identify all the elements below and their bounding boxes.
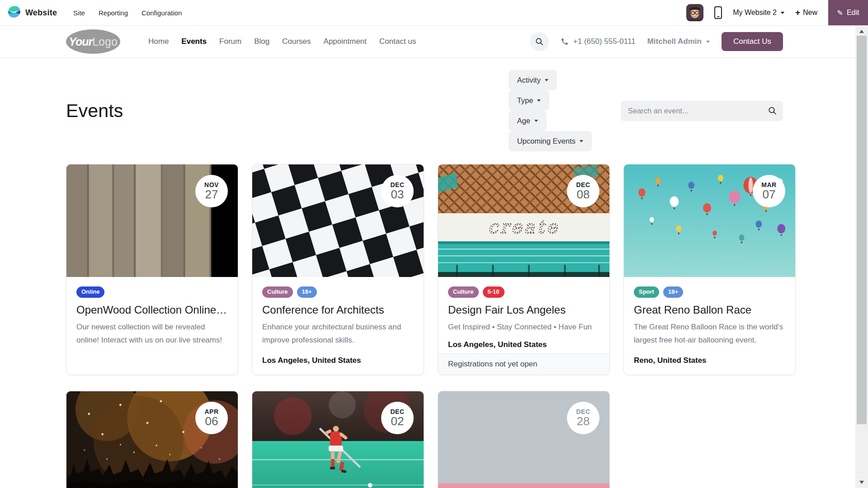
event-card[interactable]: MAR07Sport18+Great Reno Ballon RaceThe G… [623,164,796,375]
event-date-day: 02 [391,415,404,427]
events-grid: NOV27OnlineOpenWood Collection Online…Ou… [66,164,783,488]
event-date-day: 08 [577,188,590,201]
event-date-month: MAR [761,182,776,188]
nav-item-events[interactable]: Events [181,37,207,46]
event-card[interactable]: APR06Music15-18Live Music FestivalExperi… [66,391,238,488]
nav-item-appointment[interactable]: Appointment [324,37,367,46]
event-tag-badge: 18+ [663,286,683,298]
event-search-input[interactable] [621,101,783,121]
nav-item-forum[interactable]: Forum [219,37,241,46]
user-menu-label: Mitchell Admin [647,37,702,46]
event-title[interactable]: Great Reno Ballon Race [634,304,785,316]
event-card-image: DEC28⊘Unpublished [438,391,609,488]
filter-upcoming-events[interactable]: Upcoming Events [509,131,592,151]
event-tag-badge: Culture [448,286,479,298]
event-date-month: NOV [204,182,219,188]
contact-us-button[interactable]: Contact Us [722,32,783,51]
event-tag-badge: 5-10 [483,286,505,298]
website-switcher-label: My Website 2 [733,9,777,17]
scrollbar-thumb[interactable] [857,36,867,424]
svg-text:create: create [488,216,559,237]
unpublished-ribbon: ⊘Unpublished [438,483,609,488]
header-search-button[interactable] [530,32,549,51]
filter-activity[interactable]: Activity [509,70,557,90]
filter-type[interactable]: Type [509,90,550,111]
event-date-badge: DEC28 [567,402,599,434]
site-logo-text-bold: Your [69,35,92,48]
new-button[interactable]: + New [795,8,817,18]
event-filters: ActivityTypeAgeUpcoming Events [496,70,783,151]
search-icon [535,38,543,46]
event-date-badge: APR06 [195,402,228,434]
topmenu-item-configuration[interactable]: Configuration [142,9,182,17]
nav-item-contact-us[interactable]: Contact us [379,37,416,46]
event-date-day: 03 [391,188,404,201]
event-date-month: DEC [390,408,404,415]
chevron-down-icon [534,120,538,122]
event-card-image: MAR07 [624,164,795,277]
event-tag-badge: Online [76,286,104,298]
mobile-preview-icon[interactable] [714,6,722,19]
event-registration-status: Registrations not yet open [438,353,609,375]
event-date-day: 28 [577,415,590,427]
event-description: Our newest collection will be revealed o… [76,320,228,347]
event-date-month: APR [204,408,218,415]
event-title[interactable]: OpenWood Collection Online… [76,304,228,316]
edit-button-label: Edit [847,9,859,17]
app-top-menu: SiteReportingConfiguration [73,9,182,17]
event-title[interactable]: Conference for Architects [262,304,414,316]
event-date-badge: DEC08 [567,175,599,207]
event-card-image: create DEC08 [438,164,609,277]
chevron-down-icon [580,140,583,142]
site-nav: HomeEventsForumBlogCoursesAppointmentCon… [148,37,416,46]
event-date-badge: MAR07 [753,175,785,207]
event-card[interactable]: NOV27OnlineOpenWood Collection Online…Ou… [66,164,238,375]
website-app-brand[interactable]: Website [7,5,57,20]
event-card[interactable]: DEC03Culture18+Conference for Architects… [252,164,424,375]
site-logo-text-light: Logo [92,35,118,48]
event-card-image: DEC02 [252,391,424,488]
scrollbar-up-arrow[interactable] [859,30,864,33]
event-card[interactable]: DEC28⊘UnpublishedAn unpublished event [438,391,610,488]
event-date-day: 06 [205,415,218,427]
nav-item-home[interactable]: Home [148,37,169,46]
chevron-down-icon [706,41,710,43]
event-date-day: 27 [205,188,218,201]
site-logo[interactable]: YourLogo [66,29,120,54]
header-phone[interactable]: +1 (650) 555-0111 [561,37,636,46]
event-location: Los Angeles, United States [448,340,599,349]
page-title: Events [66,100,123,122]
event-tag-badge: 18+ [297,286,317,298]
event-card-image: APR06 [66,391,238,488]
pencil-icon: ✎ [837,9,843,17]
edit-button[interactable]: ✎ Edit [828,0,868,25]
topmenu-item-site[interactable]: Site [73,9,85,17]
topmenu-item-reporting[interactable]: Reporting [99,9,128,17]
event-date-day: 07 [763,188,776,201]
user-menu[interactable]: Mitchell Admin [647,37,710,46]
event-description: Get Inspired • Stay Connected • Have Fun [448,320,599,333]
filter-age[interactable]: Age [509,111,547,131]
website-switcher[interactable]: My Website 2 [733,9,784,17]
app-name: Website [25,8,57,18]
plus-icon: + [795,8,800,18]
site-header: YourLogo HomeEventsForumBlogCoursesAppoi… [0,26,868,58]
event-description: Enhance your architectural business and … [262,320,414,347]
event-date-month: DEC [576,408,590,415]
website-app-icon [7,5,21,20]
event-tag-badge: Culture [262,286,293,298]
event-card[interactable]: create DEC08Culture5-10Design Fair Los A… [438,164,610,375]
event-card[interactable]: DEC02Sport10-14Hockey TournamentBring yo… [252,391,424,488]
event-location: Los Angeles, United States [262,356,414,365]
chevron-down-icon [537,99,541,102]
search-icon[interactable] [768,107,777,115]
page-scrollbar[interactable] [855,26,868,488]
nav-item-courses[interactable]: Courses [282,37,311,46]
event-title[interactable]: Design Fair Los Angeles [448,304,599,316]
nav-item-blog[interactable]: Blog [254,37,269,46]
user-avatar[interactable] [686,4,703,21]
scrollbar-down-arrow[interactable] [859,481,864,484]
event-date-badge: DEC02 [381,402,414,434]
phone-icon [561,38,569,46]
event-card-image: DEC03 [252,164,424,277]
